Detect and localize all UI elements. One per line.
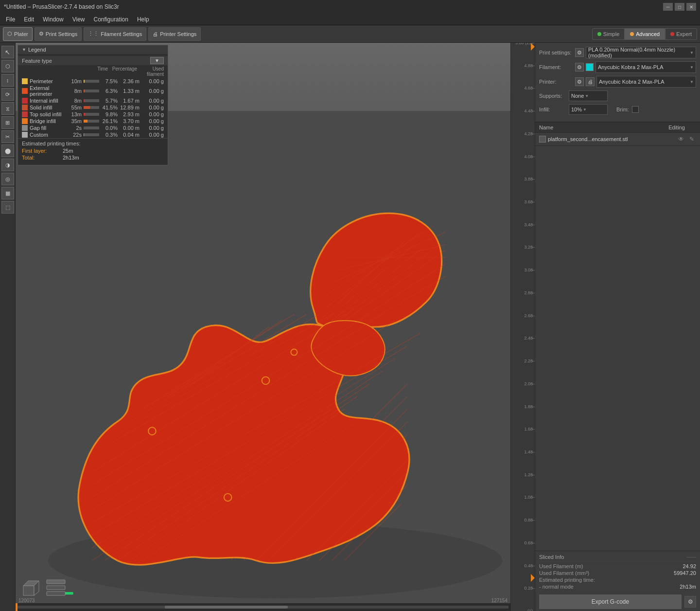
ruler-tick-label-22: 0.68 <box>524 540 533 545</box>
scroll-track <box>18 606 508 609</box>
used-filament-m-row: Used Filament (m) 24.92 <box>539 563 696 569</box>
export-settings-gear[interactable]: ⚙ <box>684 596 696 608</box>
legend-filamt-2: 0.00 g <box>140 98 164 104</box>
export-gcode-button[interactable]: Export G-code <box>539 594 682 609</box>
legend-label-1: External perimeter <box>30 85 62 97</box>
legend-bar-4 <box>82 113 101 116</box>
tool-btn-2[interactable]: ⬡ <box>1 60 14 72</box>
filament-dropdown-arrow: ▼ <box>690 65 694 70</box>
tool-btn-7[interactable]: ✂ <box>1 130 14 143</box>
total-value: 2h13m <box>63 155 79 161</box>
legend-len-4: 2.93 m <box>118 111 140 117</box>
close-button[interactable]: ✕ <box>686 3 696 11</box>
legend-filamt-6: 0.00 g <box>140 125 164 131</box>
filament-profile-dropdown[interactable]: Anycubic Kobra 2 Max-PLA ▼ <box>595 61 696 73</box>
filament-color-swatch[interactable] <box>586 63 594 71</box>
menu-item-window[interactable]: Window <box>39 15 68 24</box>
ruler-tick-label-13: 2.48 <box>524 336 533 341</box>
legend-color-swatch-0 <box>22 78 28 84</box>
legend-color-swatch-3 <box>22 105 28 110</box>
tool-btn-10[interactable]: ◎ <box>1 173 14 185</box>
tool-btn-6[interactable]: ⊞ <box>1 116 14 129</box>
print-settings-icon: ⚙ <box>39 31 44 37</box>
ruler-tick-label-1: 4.88 <box>524 63 533 68</box>
sliced-info-panel: Sliced Info —— Used Filament (m) 24.92 U… <box>535 551 700 593</box>
tool-btn-12[interactable]: ⬚ <box>1 201 14 214</box>
col-header-empty <box>22 66 88 77</box>
menu-item-edit[interactable]: Edit <box>20 15 38 24</box>
print-settings-gear[interactable]: ⚙ <box>575 48 584 57</box>
mode-advanced-button[interactable]: Advanced <box>625 28 665 40</box>
feature-type-label: Feature type <box>22 58 52 64</box>
svg-rect-51 <box>47 592 65 595</box>
tool-btn-11[interactable]: ▦ <box>1 187 14 199</box>
supports-dropdown[interactable]: None ▼ <box>569 90 608 101</box>
tool-btn-8[interactable]: ⬤ <box>1 144 14 157</box>
legend-len-7: 0.04 m <box>118 132 140 138</box>
legend-color-swatch-7 <box>22 132 28 138</box>
filament-settings-row: Filament: ⚙ Anycubic Kobra 2 Max-PLA ▼ <box>539 61 696 73</box>
svg-rect-46 <box>23 586 34 595</box>
menu-item-view[interactable]: View <box>69 15 89 24</box>
legend-row-4: Top solid infill13m9.8%2.93 m0.00 g <box>18 111 168 118</box>
export-row: Export G-code ⚙ <box>535 593 700 611</box>
infill-dropdown[interactable]: 10% ▼ <box>569 104 608 115</box>
legend-color-swatch-2 <box>22 98 28 104</box>
legend-row-6: Gap fill2s0.0%0.00 m0.00 g <box>18 125 168 131</box>
legend-collapse-arrow[interactable]: ▼ <box>22 47 26 52</box>
tool-btn-9[interactable]: ◑ <box>1 159 14 171</box>
used-filament-mm3-row: Used Filament (mm³) 59947.20 <box>539 570 696 576</box>
printer-settings-button[interactable]: 🖨 Printer Settings <box>148 27 201 41</box>
legend-row-1: External perimeter8m6.3%1.33 m0.00 g <box>18 85 168 97</box>
brim-checkbox[interactable] <box>632 106 639 113</box>
menu-item-file[interactable]: File <box>2 15 19 24</box>
legend-row-3: Solid infill55m41.5%12.89 m0.00 g <box>18 104 168 111</box>
printer-gear[interactable]: ⚙ <box>575 77 584 86</box>
ruler-tick-label-8: 3.48 <box>524 222 533 227</box>
ruler-tick-label-15: 2.08 <box>524 381 533 386</box>
mode-simple-button[interactable]: Simple <box>592 28 625 40</box>
tool-btn-1[interactable]: ↖ <box>1 46 14 58</box>
legend-bar-1 <box>82 90 101 92</box>
legend-time-3: 55m <box>62 105 82 110</box>
print-profile-dropdown[interactable]: PLA 0.20mm Normal(0.4mm Nozzle) (modifie… <box>586 47 696 58</box>
filament-icon: ⋮⋮ <box>88 31 99 37</box>
tool-btn-3[interactable]: ↕ <box>1 74 14 87</box>
object-visibility-0[interactable]: 👁 <box>677 135 685 144</box>
viewport-wrapper: ↖ ⬡ ↕ ⟳ ⧖ ⊞ ✂ ⬤ ◑ ◎ ▦ ⬚ <box>0 43 535 611</box>
printer-dropdown-arrow: ▼ <box>690 80 694 84</box>
view-cube[interactable] <box>19 577 42 599</box>
first-layer-row: First layer: 25m <box>22 147 164 154</box>
layer-view-toggle[interactable] <box>45 577 67 599</box>
menu-item-help[interactable]: Help <box>133 15 153 24</box>
h-scrollbar[interactable] <box>16 603 510 611</box>
printer-profile-dropdown[interactable]: Anycubic Kobra 2 Max-PLA ▼ <box>596 76 696 88</box>
minimize-button[interactable]: ─ <box>663 3 673 11</box>
legend-pct-4: 9.8% <box>101 111 118 117</box>
object-edit-0[interactable]: ✎ <box>687 135 696 144</box>
legend-bar-3 <box>82 106 101 109</box>
filament-gear[interactable]: ⚙ <box>575 63 584 72</box>
tool-btn-4[interactable]: ⟳ <box>1 88 14 101</box>
legend-label-3: Solid infill <box>30 105 62 110</box>
tool-btn-5[interactable]: ⧖ <box>1 102 14 115</box>
ruler-tick-label-11: 2.88 <box>524 290 533 295</box>
mode-expert-button[interactable]: Expert <box>665 28 697 40</box>
print-settings-button[interactable]: ⚙ Print Settings <box>35 27 82 41</box>
plater-button[interactable]: ⬡ Plater <box>3 27 33 41</box>
legend-pct-0: 7.5% <box>101 78 118 84</box>
title-bar: *Untitled – PrusaSlicer-2.7.4 based on S… <box>0 0 700 14</box>
viewport-canvas[interactable]: ▼ Legend Feature type ▼ Time Percentage … <box>16 43 535 611</box>
col-header-percentage: Percentage <box>108 66 137 77</box>
ruler-tick-label-9: 3.28 <box>524 245 533 250</box>
menu-item-configuration[interactable]: Configuration <box>90 15 132 24</box>
maximize-button[interactable]: □ <box>675 3 684 11</box>
legend-pct-7: 0.3% <box>101 132 118 138</box>
filament-settings-button[interactable]: ⋮⋮ Filament Settings <box>84 27 146 41</box>
printer-settings-row: Printer: ⚙ 🖨 Anycubic Kobra 2 Max-PLA ▼ <box>539 76 696 88</box>
legend-dropdown-btn[interactable]: ▼ <box>150 57 164 64</box>
legend-time-7: 22s <box>62 132 82 138</box>
ruler-tick-label-17: 1.68 <box>524 427 533 431</box>
legend-table: Feature type ▼ Time Percentage Used fila… <box>18 54 168 165</box>
legend-section-header: Feature type ▼ <box>18 56 168 65</box>
